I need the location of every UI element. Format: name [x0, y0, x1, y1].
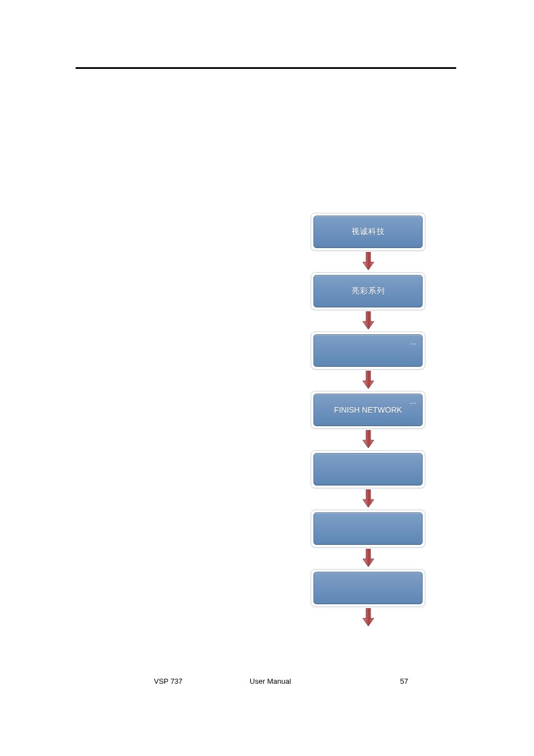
- flow-node: 亮彩系列: [311, 272, 425, 310]
- ellipsis-icon: …: [410, 338, 418, 346]
- arrow-down-icon: [362, 549, 375, 568]
- flow-node-inner: 视诚科技: [313, 216, 423, 248]
- ellipsis-icon: …: [410, 398, 418, 405]
- flow-node-label: 视诚科技: [352, 227, 385, 237]
- flow-node: … FINISH NETWORK: [311, 391, 425, 429]
- footer-page-number: 57: [400, 677, 408, 685]
- arrow-down-icon: [362, 489, 375, 508]
- footer-model: VSP 737: [154, 677, 182, 685]
- flow-arrow-wrap: [311, 251, 425, 272]
- flow-node-label: 亮彩系列: [352, 286, 385, 296]
- arrow-down-icon: [362, 430, 375, 449]
- flow-node: …: [311, 332, 425, 370]
- arrow-down-icon: [362, 252, 375, 271]
- flow-node-inner: [313, 572, 423, 604]
- flow-node-inner: 亮彩系列: [313, 275, 423, 307]
- flow-node-label: FINISH NETWORK: [334, 405, 402, 414]
- footer-title: User Manual: [250, 677, 291, 685]
- flow-arrow-wrap: [311, 607, 425, 628]
- flowchart: 视诚科技 亮彩系列 …: [311, 213, 425, 628]
- flow-node: 视诚科技: [311, 213, 425, 251]
- flow-arrow-wrap: [311, 548, 425, 569]
- arrow-down-icon: [362, 311, 375, 330]
- flow-node-inner: …: [313, 334, 423, 367]
- flow-arrow-wrap: [311, 488, 425, 510]
- flow-arrow-wrap: [311, 310, 425, 332]
- page-footer: VSP 737 User Manual 57: [76, 677, 411, 685]
- flow-node: [311, 510, 425, 548]
- flow-node: [311, 569, 425, 607]
- flow-node-inner: … FINISH NETWORK: [313, 394, 423, 426]
- flow-node-inner: [313, 512, 423, 545]
- flow-node-inner: [313, 453, 423, 486]
- arrow-down-icon: [362, 608, 375, 627]
- flow-node: [311, 450, 425, 488]
- flow-arrow-wrap: [311, 370, 425, 391]
- arrow-down-icon: [362, 371, 375, 390]
- flow-arrow-wrap: [311, 429, 425, 450]
- header-rule: [76, 67, 456, 69]
